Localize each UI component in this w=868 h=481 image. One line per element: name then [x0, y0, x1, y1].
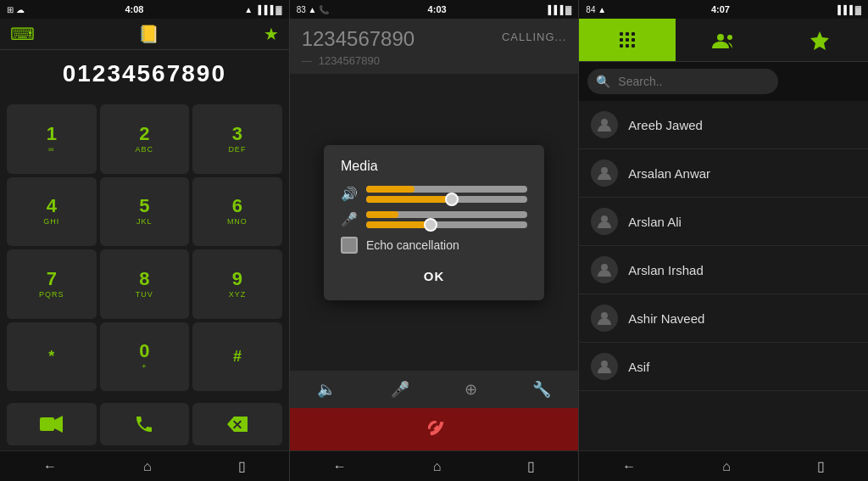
back-button-2[interactable]: ← — [316, 454, 364, 479]
volume-button[interactable]: 🔈 — [317, 380, 336, 399]
signal-icon-1: ▐▐▐ — [255, 5, 273, 14]
key-1[interactable]: 1∞ — [7, 104, 97, 174]
contact-item-1[interactable]: Arsalan Anwar — [579, 149, 868, 198]
contact-avatar-2 — [591, 208, 618, 235]
back-button-3[interactable]: ← — [605, 454, 653, 479]
echo-cancellation-row: Echo cancellation — [341, 237, 527, 254]
svg-rect-4 — [632, 32, 635, 36]
media-dialog: Media 🔊 🎤 — [324, 145, 544, 300]
mic-track-bottom[interactable] — [366, 221, 527, 228]
contact-item-5[interactable]: Asif — [579, 343, 868, 391]
recent-button-3[interactable]: ▯ — [800, 453, 842, 479]
key-2[interactable]: 2ABC — [100, 104, 190, 174]
battery-icon-1: ▓ — [275, 5, 281, 14]
key-9[interactable]: 9XYZ — [192, 249, 282, 319]
contact-name-1: Arsalan Anwar — [628, 166, 710, 181]
mic-fill-bottom — [366, 221, 434, 228]
status-bar-2: 83 ▲ 📞 4:03 ▐▐▐ ▓ — [290, 0, 579, 19]
contact-name-4: Ashir Naveed — [628, 311, 704, 326]
nav-bar-2: ← ⌂ ▯ — [290, 450, 579, 481]
mute-button[interactable]: 🎤 — [391, 380, 409, 399]
back-button-1[interactable]: ← — [26, 454, 74, 479]
time-1: 4:08 — [125, 4, 143, 14]
svg-rect-9 — [626, 44, 629, 48]
home-button-3[interactable]: ⌂ — [705, 454, 748, 479]
recent-button-2[interactable]: ▯ — [510, 453, 552, 479]
recent-button-1[interactable]: ▯ — [221, 453, 263, 479]
dialpad-icon[interactable]: ⌨ — [10, 24, 35, 44]
call-action-bar: 🔈 🎤 ⊕ 🔧 — [290, 371, 579, 408]
svg-rect-8 — [620, 44, 623, 48]
call-header: 1234567890 — 1234567890 CALLING... — [290, 19, 579, 74]
video-call-button[interactable] — [7, 403, 97, 445]
svg-point-16 — [601, 215, 608, 222]
search-icon: 🔍 — [596, 75, 610, 88]
mic-track-top[interactable] — [366, 211, 527, 218]
call-button[interactable] — [100, 403, 190, 445]
mic-icon: 🎤 — [341, 211, 358, 227]
search-wrapper: 🔍 — [587, 69, 860, 94]
contact-item-0[interactable]: Areeb Jawed — [579, 101, 868, 149]
wifi-icon-1: ▲ — [244, 5, 253, 14]
key-4[interactable]: 4GHI — [7, 177, 97, 247]
svg-point-15 — [601, 167, 608, 174]
contact-name-5: Asif — [628, 360, 649, 374]
contact-avatar-0 — [591, 111, 618, 138]
echo-checkbox[interactable] — [341, 237, 358, 254]
volume-track-top[interactable] — [366, 186, 527, 193]
status-icons-left-3: 84 ▲ — [586, 5, 606, 14]
contact-item-2[interactable]: Arslan Ali — [579, 198, 868, 246]
svg-marker-1 — [54, 416, 63, 433]
notification-icons-2: 83 ▲ 📞 — [297, 5, 330, 14]
key-star[interactable]: * — [7, 322, 97, 392]
backspace-button[interactable] — [192, 403, 282, 445]
key-3[interactable]: 3DEF — [192, 104, 282, 174]
dialer-action-buttons — [0, 398, 289, 450]
key-0[interactable]: 0+ — [100, 322, 190, 392]
volume-slider-row: 🔊 — [341, 186, 527, 203]
speaker-icon: 🔊 — [341, 186, 358, 202]
key-6[interactable]: 6MNO — [192, 177, 282, 247]
key-7[interactable]: 7PQRS — [7, 249, 97, 319]
volume-track-bottom[interactable] — [366, 196, 527, 203]
echo-label: Echo cancellation — [366, 238, 459, 252]
key-8[interactable]: 8TUV — [100, 249, 190, 319]
call-background: Media 🔊 🎤 — [290, 74, 579, 371]
media-dialog-title: Media — [341, 159, 527, 174]
volume-fill-top — [366, 186, 415, 193]
home-button-2[interactable]: ⌂ — [416, 454, 459, 479]
svg-point-17 — [601, 264, 608, 271]
contact-item-3[interactable]: Arslan Irshad — [579, 246, 868, 294]
contact-avatar-3 — [591, 256, 618, 283]
search-input[interactable] — [587, 69, 778, 94]
key-5[interactable]: 5JKL — [100, 177, 190, 247]
add-call-button[interactable]: ⊕ — [465, 380, 477, 399]
hang-up-bar — [290, 408, 579, 450]
hang-up-button[interactable] — [420, 413, 448, 445]
key-hash[interactable]: # — [192, 322, 282, 392]
contact-name-3: Arslan Irshad — [628, 263, 703, 277]
svg-rect-7 — [632, 38, 635, 42]
notification-icons-1: ⊞ ☁ — [7, 5, 25, 14]
tab-favorites[interactable] — [771, 19, 868, 61]
tab-contacts[interactable] — [676, 19, 772, 61]
contact-name-0: Areeb Jawed — [628, 118, 703, 132]
tab-dialpad[interactable] — [579, 19, 676, 61]
volume-fill-bottom — [366, 196, 455, 203]
contact-item-4[interactable]: Ashir Naveed — [579, 294, 868, 343]
ok-button[interactable]: OK — [341, 266, 527, 287]
svg-marker-13 — [810, 31, 829, 50]
home-button-1[interactable]: ⌂ — [126, 454, 169, 479]
favorites-star-icon[interactable]: ★ — [264, 24, 279, 44]
contacts-book-icon[interactable]: 📒 — [138, 24, 159, 44]
signal-icon-3: ▐▐▐ ▓ — [835, 5, 861, 14]
more-options-button[interactable]: 🔧 — [532, 380, 551, 399]
tabs-bar — [579, 19, 868, 62]
notification-icons-3: 84 ▲ — [586, 5, 606, 14]
dialer-top-bar: ⌨ 📒 ★ — [0, 19, 289, 50]
contacts-list: Areeb Jawed Arsalan Anwar Arslan Ali — [579, 101, 868, 450]
svg-rect-5 — [620, 38, 623, 42]
svg-rect-3 — [626, 32, 629, 36]
svg-rect-0 — [40, 417, 54, 431]
call-panel: 83 ▲ 📞 4:03 ▐▐▐ ▓ 1234567890 — 123456789… — [290, 0, 580, 481]
